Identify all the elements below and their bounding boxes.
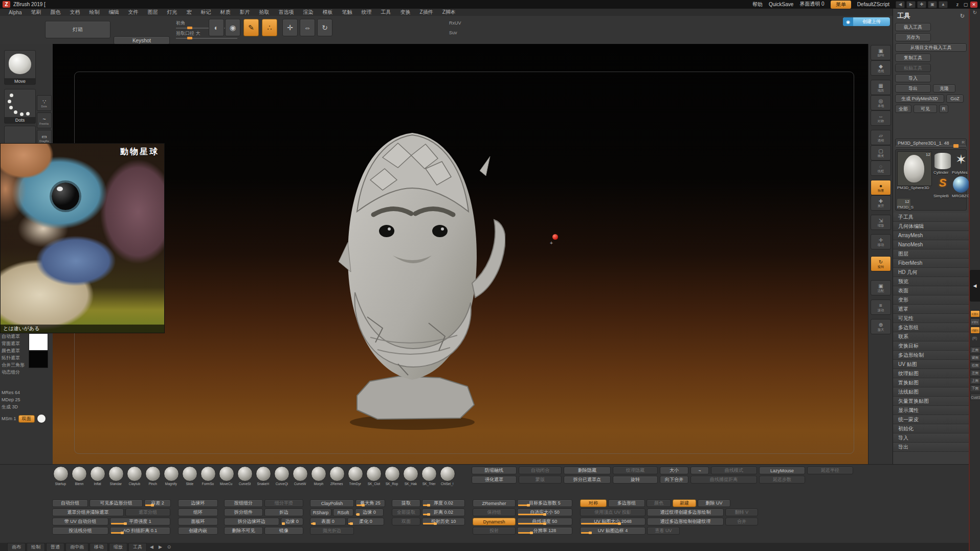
window-control-button[interactable]: z xyxy=(954,2,961,8)
panel-control[interactable]: 抛光折边 xyxy=(310,527,354,535)
help-button[interactable]: 帮助 xyxy=(752,1,763,8)
menu-item[interactable]: 笔触 xyxy=(338,9,357,16)
quick-control[interactable]: 曲线捕捉距离 xyxy=(691,476,757,484)
status-tab[interactable]: 画布 xyxy=(7,543,26,551)
panel-control[interactable]: 镜像 xyxy=(264,527,303,535)
panel-control[interactable]: 可见多边形分组 xyxy=(90,499,143,507)
subpalette-header[interactable]: 法线贴图 xyxy=(893,387,969,397)
brush-thumbnail-item[interactable]: Startup xyxy=(52,466,69,486)
view-preset-button[interactable]: 正面 xyxy=(970,347,980,354)
document-canvas[interactable]: + xyxy=(53,44,868,464)
panel-control[interactable]: ZRemesher xyxy=(473,499,516,507)
subpalette-header[interactable]: 变形 xyxy=(893,295,969,305)
titlebar-tool-icon[interactable]: ▣ xyxy=(928,1,937,8)
panel-control[interactable]: 平滑强度 1 xyxy=(110,518,170,525)
subpalette-header[interactable]: 图层 xyxy=(893,249,969,259)
quick-control[interactable]: 防缩融线 xyxy=(472,467,517,474)
status-tab[interactable]: 移动 xyxy=(90,543,108,551)
panel-control[interactable]: 厚度 0.02 xyxy=(422,499,465,507)
panel-control[interactable]: 折边 xyxy=(264,509,303,516)
make3d-item[interactable]: MRes 64 xyxy=(2,389,20,396)
quick-control[interactable]: 延迟半径 xyxy=(807,467,853,474)
panel-control[interactable]: 多边形组 xyxy=(608,499,645,507)
subpalette-header[interactable]: 置换贴图 xyxy=(893,378,969,387)
quicksave-button[interactable]: QuickSave xyxy=(769,2,793,7)
quick-control[interactable]: 强化遮罩 xyxy=(472,476,517,484)
view-preset-button[interactable]: 上面 xyxy=(970,377,980,384)
right-shelf-icon[interactable]: ▢ 幽灵 xyxy=(871,145,891,160)
status-tab[interactable]: 画中画 xyxy=(65,543,88,551)
panel-control[interactable]: 容差 2 xyxy=(144,499,171,507)
stroke-type-tile[interactable]: ~ FreeHa xyxy=(37,112,52,128)
brush-thumbnail-item[interactable]: CurveQi xyxy=(273,466,290,486)
quick-control[interactable]: 蒙版 xyxy=(519,476,562,484)
menu-item[interactable]: 渲染 xyxy=(299,9,318,16)
brush-thumbnail-item[interactable]: Standar xyxy=(107,466,124,486)
subpalette-header[interactable]: 纹理贴图 xyxy=(893,369,969,378)
subpalette-header[interactable]: 联系 xyxy=(893,332,969,341)
panel-control[interactable]: 距离 0.02 xyxy=(422,509,465,516)
tool-panel-button[interactable]: 粘贴工具 xyxy=(895,64,931,72)
brush-thumbnail-item[interactable]: TrimDyr xyxy=(347,466,364,486)
active-tool-r-button[interactable]: R xyxy=(962,140,965,145)
panel-control[interactable]: 全部提取 xyxy=(392,509,420,516)
view-preset-button[interactable]: 背面 xyxy=(970,354,980,361)
msm-slider[interactable]: MSm 1 xyxy=(2,416,16,421)
view-preset-button[interactable]: 右面 xyxy=(970,362,980,369)
panel-control[interactable]: 边缘 0 xyxy=(355,509,384,516)
quick-control[interactable]: 延迟步数 xyxy=(759,476,805,484)
quick-control[interactable]: 旋转 xyxy=(613,476,658,484)
panel-control[interactable]: 创建内嵌 xyxy=(178,527,218,535)
panel-control[interactable]: 删除 UV xyxy=(698,499,730,507)
subpalette-header[interactable]: 可见性 xyxy=(893,314,969,323)
tool-panel-button[interactable]: 复制工具 xyxy=(895,54,931,62)
active-tool-slider[interactable]: PM3D_Sphere3D1_1. 48 R xyxy=(895,139,967,147)
tool-panel-button[interactable]: 全部 xyxy=(895,105,911,113)
panel-control[interactable]: 查看 UV xyxy=(647,527,680,535)
panel-control[interactable]: 遮罩分组 xyxy=(125,509,170,516)
right-shelf-icon[interactable]: ◌ 线框 xyxy=(871,160,891,176)
panel-control[interactable]: 保持组 xyxy=(473,509,516,516)
brush-thumbnail-item[interactable]: MoveCu xyxy=(218,466,235,486)
panel-control[interactable]: Dynamesh xyxy=(473,518,516,525)
right-shelf-icon[interactable]: ≡ 滚动 xyxy=(871,300,891,315)
menu-item[interactable]: 标记 xyxy=(196,9,216,16)
menu-button[interactable]: 菜单 xyxy=(831,1,851,9)
right-shelf-icon[interactable]: ◆ 透视 xyxy=(871,60,891,76)
subpalette-header[interactable]: 子工具 xyxy=(893,213,969,222)
panel-control[interactable]: 细分平滑 xyxy=(264,499,303,507)
panel-control[interactable]: RSoft xyxy=(333,509,353,516)
color-swatch-white[interactable] xyxy=(29,333,48,351)
quick-control[interactable]: 删除隐藏 xyxy=(564,467,611,474)
brush-thumbnail-item[interactable]: Morph xyxy=(310,466,327,486)
brush-thumbnail-item[interactable]: Blenn xyxy=(71,466,87,486)
shelf-tool-icon[interactable]: ⇔ xyxy=(300,19,315,36)
brush-thumbnail-item[interactable]: Slide xyxy=(181,466,198,486)
tool-panel-button[interactable]: 生成 PolyMesh3D xyxy=(895,95,944,103)
auto-masking-item[interactable]: 自动遮罩 xyxy=(2,333,25,339)
titlebar-tool-icon[interactable]: ▲ xyxy=(939,1,948,8)
brush-thumbnail-item[interactable]: SnakeH xyxy=(255,466,272,486)
right-shelf-icon[interactable]: ⇲ 缩放 xyxy=(871,215,891,230)
window-control-button[interactable]: ✕ xyxy=(970,2,977,8)
status-tab[interactable]: 绘制 xyxy=(27,543,45,551)
right-shelf-icon[interactable]: ⊕ 放大 xyxy=(871,319,891,334)
panel-control[interactable]: 翻转 V xyxy=(725,509,758,516)
panel-control[interactable]: 表面 0 xyxy=(310,518,346,525)
stroke-type-tile[interactable]: ∵ Dots xyxy=(37,95,52,111)
tool-panel-button[interactable]: GoZ xyxy=(946,95,964,103)
symmetry-axis-button[interactable]: =M= xyxy=(970,327,980,334)
default-zscript-button[interactable]: DefaultZScript xyxy=(857,2,889,7)
shelf-tool-icon[interactable]: ◐ xyxy=(209,19,224,36)
panel-control[interactable]: ClayPolish xyxy=(310,499,354,507)
subpalette-header[interactable]: 显示属性 xyxy=(893,406,969,415)
panel-control[interactable]: 通过纹理创建多边形绘制 xyxy=(647,509,724,516)
tool-panel-button[interactable]: 导入 xyxy=(895,74,931,82)
brush-thumbnail-item[interactable]: SK_Clot xyxy=(365,466,382,486)
panel-control[interactable]: UV 贴图边框 4 xyxy=(580,527,645,535)
subpalette-header[interactable]: UV 贴图 xyxy=(893,360,969,369)
tool-panel-button[interactable]: 可见 xyxy=(914,105,937,113)
brush-thumbnail-item[interactable]: FormSo xyxy=(199,466,216,486)
radial-symmetry-label[interactable]: (R) xyxy=(970,335,979,341)
panel-control[interactable]: 柔化 0 xyxy=(347,518,384,525)
